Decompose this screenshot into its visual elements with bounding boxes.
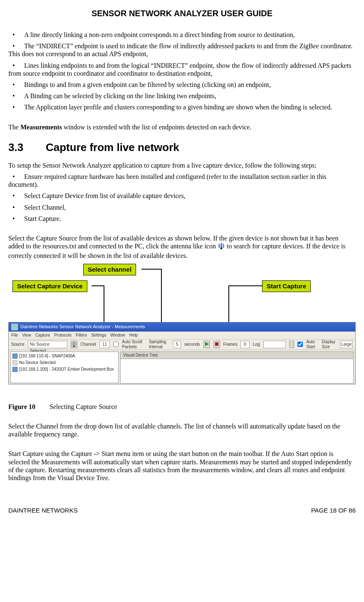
menu-help[interactable]: Help <box>129 333 138 338</box>
svg-rect-1 <box>215 342 218 346</box>
bullet-text: Start Capture. <box>24 215 61 222</box>
bullet-text: Lines linking endpoints to and from the … <box>8 62 352 77</box>
select-source-paragraph: Select the Capture Source from the list … <box>8 234 356 260</box>
list-item[interactable]: No Device Selected <box>12 359 116 366</box>
callout-select-channel: Select channel <box>83 264 136 275</box>
channel-label: Channel <box>81 342 96 347</box>
measurements-bold: Measurements <box>20 124 62 131</box>
bullet-text: The “INDIRECT” endpoint is used to indic… <box>8 42 353 57</box>
sampling-field[interactable]: 5 <box>173 341 181 348</box>
menu-protocols[interactable]: Protocols <box>54 333 72 338</box>
bullet-item: •Select Channel, <box>8 203 356 211</box>
bullet-text: Ensure required capture hardware has bee… <box>8 173 327 188</box>
bullet-item: •The Application layer profile and clust… <box>8 103 356 111</box>
log-label: Log <box>253 342 260 347</box>
setup-paragraph: To setup the Sensor Network Analyzer app… <box>8 161 356 169</box>
log-browse-button[interactable] <box>289 341 294 348</box>
bullet-item: •Lines linking endpoints to and from the… <box>8 62 356 77</box>
bullet-text: A line directly linking a non-zero endpo… <box>24 31 295 38</box>
sampling-unit: seconds <box>184 342 200 347</box>
device-icon <box>12 367 17 372</box>
window-titlebar[interactable]: Daintree Networks Sensor Network Analyze… <box>9 322 355 332</box>
autoscroll-label: Auto Scroll Packets <box>122 339 146 349</box>
bullet-item: •Bindings to and from a given endpoint c… <box>8 81 356 89</box>
source-dropdown[interactable]: No Source Selected <box>28 341 67 348</box>
figure-label: Figure 10 <box>8 403 35 410</box>
menu-bar: File View Capture Protocols Filters Sett… <box>9 332 355 339</box>
bullet-item: •Start Capture. <box>8 215 356 223</box>
svg-point-0 <box>220 248 222 249</box>
source-label: Source <box>11 342 25 347</box>
menu-window[interactable]: Window <box>110 333 125 338</box>
antenna-icon <box>218 242 225 251</box>
search-devices-button[interactable] <box>71 341 77 348</box>
page-header: SENSOR NETWORK ANALYZER USER GUIDE <box>8 8 356 18</box>
autostart-label: Auto Start <box>306 339 318 349</box>
list-item[interactable]: [192.168.1.200] - 2420DT Ember Developme… <box>12 366 116 373</box>
device-label: No Device Selected <box>19 360 56 365</box>
device-label: [192.168.1.200] - 2420DT Ember Developme… <box>19 367 114 372</box>
start-paragraph: Start Capture using the Capture -> Start… <box>8 450 356 482</box>
menu-filters[interactable]: Filters <box>76 333 87 338</box>
figure-area: Select channel Select Capture Device Sta… <box>8 264 356 401</box>
section-title: Capture from live network <box>46 141 179 154</box>
stop-capture-button[interactable] <box>213 341 220 348</box>
text: window is extended with the list of endp… <box>62 124 251 131</box>
bullet-item: •A line directly linking a non-zero endp… <box>8 31 356 39</box>
bullet-item: •Ensure required capture hardware has be… <box>8 173 356 188</box>
section-number: 3.3 <box>8 141 46 154</box>
bullet-text: The Application layer profile and cluste… <box>24 104 332 111</box>
start-capture-button[interactable] <box>203 341 210 348</box>
app-icon <box>11 324 18 330</box>
visual-device-tree-body[interactable] <box>120 359 354 384</box>
measurements-paragraph: The Measurements window is extended with… <box>8 123 356 131</box>
display-size-dropdown[interactable]: Large <box>340 341 353 348</box>
menu-view[interactable]: View <box>22 333 31 338</box>
bullet-text: A Binding can be selected by clicking on… <box>24 92 216 99</box>
list-item[interactable]: [192.168.110.4] - SNAP2400A <box>12 353 116 359</box>
menu-capture[interactable]: Capture <box>35 333 50 338</box>
bullet-text: Select Channel, <box>24 204 66 211</box>
bullet-text: Select Capture Device from list of avail… <box>24 192 186 199</box>
page-footer: DAINTREE NETWORKS PAGE 18 OF 86 <box>8 507 356 514</box>
footer-right: PAGE 18 OF 86 <box>311 507 356 514</box>
right-pane: Visual Device Tree <box>120 352 354 383</box>
callout-select-device: Select Capture Device <box>12 280 87 292</box>
frames-field: 0 <box>240 341 250 348</box>
frames-label: Frames <box>223 342 238 347</box>
autostart-checkbox[interactable] <box>297 342 303 347</box>
footer-left: DAINTREE NETWORKS <box>8 507 78 514</box>
app-window: Daintree Networks Sensor Network Analyze… <box>8 322 356 384</box>
text: The <box>8 124 20 131</box>
device-icon <box>12 360 17 365</box>
figure-text: Selecting Capture Source <box>50 403 117 410</box>
sampling-label: Sampling Interval <box>149 339 170 349</box>
autoscroll-checkbox[interactable] <box>113 342 119 347</box>
log-field[interactable] <box>263 341 286 348</box>
section-heading: 3.3Capture from live network <box>8 141 356 154</box>
bullet-item: •A Binding can be selected by clicking o… <box>8 92 356 100</box>
bullet-text: Bindings to and from a given endpoint ca… <box>24 81 271 88</box>
channel-dropdown[interactable]: 11 <box>99 341 110 348</box>
menu-file[interactable]: File <box>11 333 18 338</box>
display-size-label: Display Size <box>322 339 337 349</box>
visual-device-tree-header: Visual Device Tree <box>120 352 354 359</box>
device-label: [192.168.110.4] - SNAP2400A <box>19 354 75 359</box>
callout-start-capture: Start Capture <box>262 280 311 292</box>
figure-caption: Figure 10 Selecting Capture Source <box>8 403 356 411</box>
main-toolbar: Source No Source Selected Channel 11 Aut… <box>9 339 355 350</box>
channel-paragraph: Select the Channel from the drop down li… <box>8 422 356 438</box>
capture-device-list[interactable]: [192.168.110.4] - SNAP2400A No Device Se… <box>10 352 119 383</box>
bullet-item: •The “INDIRECT” endpoint is used to indi… <box>8 42 356 58</box>
window-title: Daintree Networks Sensor Network Analyze… <box>20 324 145 329</box>
menu-settings[interactable]: Settings <box>91 333 106 338</box>
bullet-item: •Select Capture Device from list of avai… <box>8 192 356 200</box>
device-icon <box>12 354 17 359</box>
